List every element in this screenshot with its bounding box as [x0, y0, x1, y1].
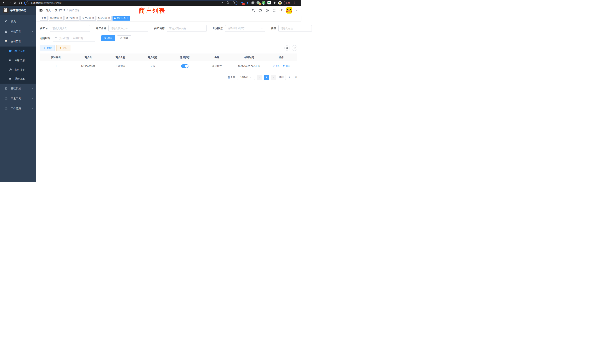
close-icon[interactable]: ✕	[127, 17, 129, 19]
storefront-icon	[8, 50, 12, 53]
add-button[interactable]: ＋ 新增	[40, 45, 54, 51]
status-select[interactable]: 请选择开启状态	[225, 25, 265, 32]
sidebar-item-label: 工作流程	[11, 107, 21, 110]
merchant-table: 商户编号 商户号 商户全称 商户简称 开启状态 备注 创建时间 操作 1 M23…	[40, 54, 297, 71]
next-page-button[interactable]	[271, 75, 276, 80]
breadcrumb: 首页 / 支付管理 / 商户信息	[46, 9, 80, 12]
status-toggle[interactable]	[181, 64, 189, 68]
cell-short-name: 芋艿	[137, 61, 169, 71]
browser-update-button[interactable]: 更新⋮	[284, 1, 295, 5]
refresh-table-button[interactable]	[292, 45, 297, 51]
filter-row-2: 创建时间 开始日期 - 结束日期 搜索 重置	[40, 35, 297, 42]
close-icon[interactable]: ✕	[108, 17, 110, 19]
password-key-icon[interactable]	[220, 1, 224, 5]
bookmark-star-icon[interactable]	[232, 1, 235, 5]
sidebar-item-label: 支付订单	[14, 68, 25, 71]
breadcrumb-home[interactable]: 首页	[46, 9, 51, 12]
search-button[interactable]: 搜索	[101, 35, 115, 41]
total-count: 共 1 条	[228, 76, 235, 79]
extension-avatar-icon[interactable]: 1	[257, 1, 260, 4]
briefcase-icon	[4, 107, 8, 110]
download-icon	[59, 46, 62, 50]
fullscreen-icon[interactable]	[272, 9, 276, 12]
remark-input[interactable]	[278, 25, 301, 32]
kebab-menu-icon[interactable]: ⋮	[291, 1, 293, 4]
extension-badge: 1	[259, 3, 261, 5]
extension-kite-icon[interactable]: 10	[240, 1, 244, 4]
chevron-down-icon	[32, 87, 34, 90]
app-title: 芋道管理系统	[10, 9, 26, 12]
site-info-icon[interactable]: i	[26, 1, 29, 4]
delete-button[interactable]: 删除	[283, 65, 290, 68]
table-toolbar: ＋ 新增 导出	[40, 45, 297, 51]
prev-page-button[interactable]	[257, 75, 262, 80]
tag-process-form[interactable]: 流程表单✕	[49, 16, 64, 21]
extension-y-icon[interactable]: y	[262, 1, 265, 5]
edit-button[interactable]: 修改	[272, 65, 280, 68]
browser-back-icon[interactable]	[3, 1, 6, 4]
avatar-caret-icon[interactable]	[296, 9, 298, 12]
short-name-input[interactable]	[167, 25, 207, 32]
tag-user-group[interactable]: 用户分组✕	[64, 16, 79, 21]
close-icon[interactable]: ✕	[76, 17, 78, 19]
breadcrumb-pay[interactable]: 支付管理	[55, 9, 65, 12]
reset-button[interactable]: 重置	[117, 35, 131, 41]
font-size-icon[interactable]: ᴛT	[279, 9, 283, 12]
toggle-search-button[interactable]	[284, 45, 290, 51]
filter-label: 商户简称	[154, 27, 165, 30]
tag-merchant-info[interactable]: 商户信息✕	[112, 16, 130, 21]
header-search-icon[interactable]	[252, 9, 255, 12]
browser-reload-icon[interactable]	[14, 1, 17, 4]
sidebar-item-infra[interactable]: 基础设施	[0, 84, 36, 94]
tag-pay-order[interactable]: 支付订单✕	[80, 16, 96, 21]
sidebar-item-home[interactable]: 首页	[0, 17, 36, 26]
sidebar-item-dev-tools[interactable]: 研发工具	[0, 94, 36, 104]
cell-full-name: 芋道源码	[104, 61, 137, 71]
share-icon[interactable]	[226, 1, 229, 5]
tag-refund-order[interactable]: 退款订单✕	[97, 16, 112, 21]
column-header: 商户简称	[137, 54, 169, 61]
user-avatar[interactable]	[286, 7, 292, 13]
extension-gem-icon[interactable]	[246, 1, 249, 4]
browser-home-icon[interactable]	[19, 1, 22, 4]
breadcrumb-current: 商户信息	[69, 9, 80, 12]
app-logo[interactable]: 芋道管理系统	[0, 6, 36, 15]
goto-page-input[interactable]	[285, 75, 293, 80]
column-header: 操作	[265, 54, 298, 61]
github-icon[interactable]	[258, 9, 262, 12]
chevron-up-icon	[32, 40, 34, 43]
edit-pencil-icon	[272, 65, 275, 68]
close-icon[interactable]: ✕	[92, 17, 94, 19]
extension-tag-icon[interactable]	[268, 1, 271, 4]
browser-forward-icon[interactable]	[8, 1, 11, 4]
sidebar-item-workflow[interactable]: 工作流程	[0, 104, 36, 114]
cell-remark: 我是备注	[201, 61, 233, 71]
sidebar-collapse-icon[interactable]	[36, 9, 46, 12]
filter-label: 创建时间	[40, 37, 50, 40]
profile-emoji-icon[interactable]	[278, 1, 282, 5]
table-header-row: 商户编号 商户号 商户全称 商户简称 开启状态 备注 创建时间 操作	[40, 54, 297, 61]
address-bar[interactable]: i localhost:1024/pay/merchant	[24, 0, 237, 5]
full-name-input[interactable]	[108, 25, 148, 32]
filter-label: 商户号	[40, 27, 48, 30]
sidebar-item-pay-order[interactable]: 支付订单	[0, 65, 36, 74]
create-time-range-picker[interactable]: 开始日期 - 结束日期	[53, 35, 95, 42]
export-button[interactable]: 导出	[56, 45, 70, 51]
merchant-no-input[interactable]	[50, 25, 90, 32]
tags-view-bar: 首页 流程表单✕ 用户分组✕ 支付订单✕ 退款订单✕ 商户信息✕	[36, 15, 301, 21]
page-unit-label: 页	[295, 76, 297, 79]
close-icon[interactable]: ✕	[60, 17, 62, 19]
sidebar-item-pay[interactable]: ¥ 支付管理	[0, 36, 36, 46]
help-icon[interactable]	[265, 9, 269, 12]
sidebar-item-system[interactable]: 系统管理	[0, 26, 36, 36]
sidebar-item-app-info[interactable]: 应用信息	[0, 56, 36, 65]
extension-command-icon[interactable]	[251, 1, 255, 4]
page-size-select[interactable]: 10条/页	[237, 75, 255, 80]
extensions-puzzle-icon[interactable]	[273, 1, 276, 4]
page-number-1[interactable]: 1	[264, 75, 269, 80]
sidebar-item-merchant-info[interactable]: 商户信息	[0, 46, 36, 56]
sidebar-item-refund-order[interactable]: 退款订单	[0, 74, 36, 84]
grid-icon	[8, 59, 12, 62]
tag-home[interactable]: 首页	[40, 16, 48, 21]
chevron-down-icon	[261, 27, 263, 30]
